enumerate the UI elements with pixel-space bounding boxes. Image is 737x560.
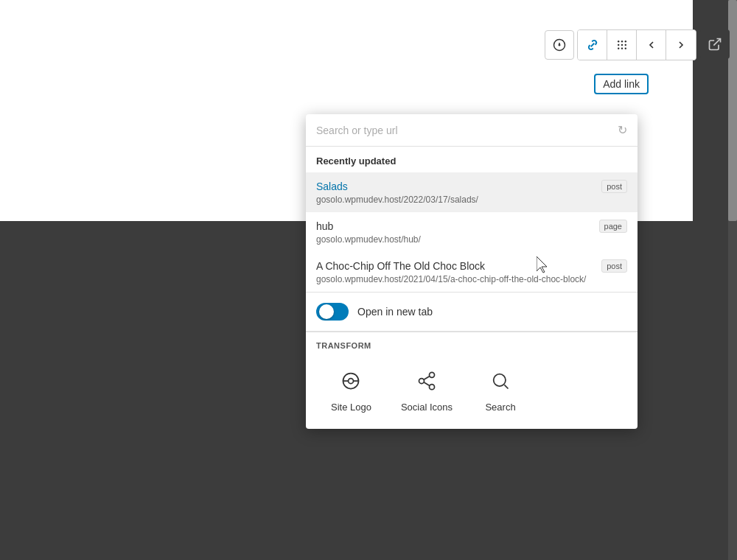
transform-items: Site Logo Social Icons [316, 360, 627, 419]
result-item-header: A Choc-Chip Off The Old Choc Block post [316, 259, 627, 273]
next-button[interactable] [666, 30, 696, 60]
transform-name-social-icons: Social Icons [401, 402, 453, 413]
toggle-row: Open in new tab [306, 293, 638, 331]
result-title: hub [316, 220, 333, 232]
transform-name-search: Search [485, 402, 515, 413]
search-icon [486, 366, 515, 396]
site-logo-icon [336, 366, 366, 396]
result-url: gosolo.wpmudev.host/2022/03/17/salads/ [316, 195, 627, 205]
svg-point-19 [429, 385, 434, 390]
svg-point-11 [624, 48, 626, 49]
svg-point-2 [559, 44, 560, 46]
toggle-label: Open in new tab [357, 306, 433, 318]
svg-point-7 [621, 44, 622, 46]
prev-button[interactable] [637, 30, 666, 60]
search-input[interactable] [316, 125, 612, 136]
svg-line-21 [424, 377, 430, 380]
result-item-choc[interactable]: A Choc-Chip Off The Old Choc Block post … [306, 252, 638, 292]
result-item-salads[interactable]: Salads post gosolo.wpmudev.host/2022/03/… [306, 172, 638, 212]
svg-point-4 [621, 41, 622, 42]
result-title: A Choc-Chip Off The Old Choc Block [316, 260, 485, 272]
svg-point-10 [621, 48, 622, 49]
navigator-button[interactable] [545, 30, 574, 60]
open-new-tab-toggle[interactable] [316, 303, 349, 321]
result-item-header: hub page [316, 220, 627, 233]
result-item-header: Salads post [316, 180, 627, 193]
transform-item-site-logo[interactable]: Site Logo [316, 360, 386, 419]
svg-line-12 [713, 39, 720, 46]
block-toolbar [545, 29, 696, 60]
search-area: ↻ [306, 114, 638, 147]
result-badge-post: post [601, 180, 627, 193]
result-badge-page: page [599, 220, 627, 233]
transform-item-social-icons[interactable]: Social Icons [386, 360, 467, 419]
svg-point-9 [618, 48, 619, 49]
svg-point-17 [429, 372, 434, 377]
transform-item-search[interactable]: Search [467, 360, 534, 419]
add-link-button[interactable]: Add link [594, 74, 649, 94]
result-url: gosolo.wpmudev.host/hub/ [316, 234, 627, 245]
refresh-icon[interactable]: ↻ [618, 123, 627, 137]
link-button[interactable] [578, 30, 607, 60]
toggle-knob [319, 304, 334, 319]
result-title: Salads [316, 181, 348, 192]
grid-button[interactable] [607, 30, 637, 60]
transform-name-site-logo: Site Logo [331, 402, 371, 413]
recently-updated-label: Recently updated [306, 147, 638, 172]
transform-section: TRANSFORM Site Logo [306, 332, 638, 429]
svg-point-6 [618, 44, 619, 46]
result-badge-post: post [601, 259, 627, 273]
svg-point-18 [419, 379, 424, 384]
result-url: gosolo.wpmudev.host/2021/04/15/a-choc-ch… [316, 274, 627, 284]
link-popup: ↻ Recently updated Salads post gosolo.wp… [306, 114, 638, 429]
svg-point-22 [494, 374, 506, 386]
results-list[interactable]: Salads post gosolo.wpmudev.host/2022/03/… [306, 172, 638, 292]
svg-point-3 [618, 41, 619, 42]
social-icons-icon [412, 366, 441, 396]
transform-label: TRANSFORM [316, 341, 627, 350]
page-scrollbar[interactable] [728, 0, 737, 560]
toolbar-group [577, 29, 696, 60]
svg-line-23 [504, 385, 508, 388]
svg-point-8 [624, 44, 626, 46]
svg-point-14 [349, 379, 354, 384]
svg-point-5 [624, 41, 626, 42]
external-link-button[interactable] [700, 29, 730, 59]
result-item-hub[interactable]: hub page gosolo.wpmudev.host/hub/ [306, 212, 638, 252]
svg-line-20 [424, 382, 430, 386]
